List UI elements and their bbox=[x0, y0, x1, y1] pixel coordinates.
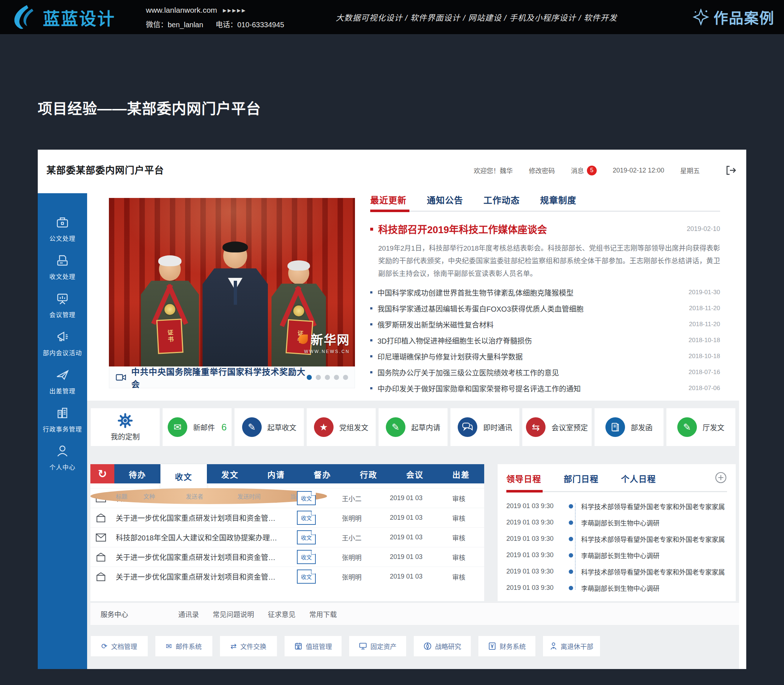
news-tab-recent-updates[interactable]: 最近更新 bbox=[370, 193, 407, 206]
services-list: 大数据可视化设计 / 软件界面设计 / 网站建设 / 手机及小程序设计 / 软件… bbox=[336, 0, 617, 34]
app-button-retired-cadres[interactable]: 离退休干部 bbox=[543, 636, 600, 656]
quick-action-draft-internal[interactable]: ✎ 起草内请 bbox=[379, 408, 447, 446]
add-schedule-button[interactable] bbox=[715, 471, 727, 485]
monitor-icon bbox=[359, 643, 367, 650]
app-button-file-exchange[interactable]: ⇄ 文件交换 bbox=[220, 636, 277, 656]
new-mail-count: 6 bbox=[222, 422, 227, 433]
task-tab-internal[interactable]: 内请 bbox=[253, 464, 299, 484]
logout-button[interactable] bbox=[725, 165, 737, 176]
bullet-icon bbox=[370, 387, 373, 390]
app-button-strategy-research[interactable]: 战略研究 bbox=[414, 636, 471, 656]
news-section: 最近更新 通知公告 工作动态 规章制度 科技部召开2019年科技工作媒体座谈会 … bbox=[370, 193, 720, 391]
quick-action-party-dispatch[interactable]: ★ 党组发文 bbox=[307, 408, 376, 446]
news-list-item[interactable]: 国务院办公厅关于加强三级公立医院绩效考核工作的意见 2018-07-16 bbox=[370, 364, 720, 380]
carousel-dot[interactable] bbox=[307, 375, 312, 380]
news-headline-row: 科技部召开2019年科技工作媒体座谈会 2019-02-10 bbox=[370, 222, 720, 236]
task-row[interactable]: 关于进一步优化国家重点研发计划项目和资金管理的通知 收文 张明明 2019 01… bbox=[91, 547, 484, 567]
contact-info: www.lanlanwork.com ▶▶▶▶▶ 微信：ben_lanlan 电… bbox=[146, 6, 284, 29]
news-tab-notices[interactable]: 通知公告 bbox=[427, 193, 463, 206]
task-tab-meeting[interactable]: 会议 bbox=[392, 464, 438, 484]
todo-refresh-icon[interactable]: ↻ bbox=[91, 464, 114, 484]
news-list-item[interactable]: 印尼珊瑚礁保护与修复计划获得大量科学数据 2018-10-18 bbox=[370, 348, 720, 364]
content-lower-area: 我的定制 ✉ 新邮件 6 ✎ 起草收文 ★ 党组发文 ✎ 起草内请 bbox=[87, 401, 739, 669]
quick-action-ministry-letter[interactable]: 部发函 bbox=[594, 408, 664, 446]
footer-link-contacts[interactable]: 通讯录 bbox=[178, 609, 199, 619]
news-tab-rules[interactable]: 规章制度 bbox=[540, 193, 577, 206]
sidebar-item-document-processing[interactable]: 公文处理 bbox=[38, 210, 87, 248]
bullet-icon bbox=[370, 339, 373, 341]
website-url[interactable]: www.lanlanwork.com bbox=[146, 6, 217, 15]
schedule-tab-leader[interactable]: 领导日程 bbox=[506, 472, 541, 485]
footer-link-faq[interactable]: 常见问题说明 bbox=[213, 609, 254, 619]
quick-action-meeting-room-booking[interactable]: ⇆ 会议室预定 bbox=[522, 408, 591, 446]
sidebar-item-admin-affairs[interactable]: 行政事务管理 bbox=[38, 401, 87, 439]
user-icon bbox=[55, 444, 69, 458]
footer-links-row: 服务中心 通讯录 常见问题说明 征求意见 常用下载 bbox=[91, 603, 739, 625]
portfolio-link[interactable]: 作品案例 bbox=[693, 0, 774, 34]
task-row[interactable]: 科技部2018年全国人大建议和全国政协提案办理情况 收文 王小二 2019 01… bbox=[91, 528, 484, 547]
quick-action-instant-messaging[interactable]: 即时通讯 bbox=[450, 408, 519, 446]
timeline-dot-icon bbox=[569, 521, 573, 525]
app-button-document-management[interactable]: ⟳ 文档管理 bbox=[91, 636, 148, 656]
quick-action-draft-incoming[interactable]: ✎ 起草收文 bbox=[235, 408, 303, 446]
task-tab-admin[interactable]: 行政 bbox=[345, 464, 392, 484]
news-headline-title[interactable]: 科技部召开2019年科技工作媒体座谈会 bbox=[378, 222, 547, 236]
message-count-badge[interactable]: 5 bbox=[587, 166, 597, 175]
draft-document-icon: ✎ bbox=[386, 417, 405, 437]
task-tab-todo[interactable]: 待办 bbox=[114, 464, 160, 484]
app-button-finance-system[interactable]: 财务系统 bbox=[478, 636, 535, 656]
carousel-dot[interactable] bbox=[325, 375, 330, 380]
logo[interactable]: 蓝蓝设计 bbox=[11, 3, 115, 31]
sidebar-item-incoming-docs[interactable]: 收文处理 bbox=[38, 248, 87, 286]
news-list-item[interactable]: 中国科学家成功创建世界首批生物节律紊乱体细胞克隆猴模型 2019-01-30 bbox=[370, 284, 720, 300]
task-table-header: 标题 文种 发送者 发送时间 当前环节 bbox=[91, 488, 327, 504]
app-button-fixed-assets[interactable]: 固定资产 bbox=[349, 636, 406, 656]
user-bar: 欢迎您！魏华 修改密码 消息 5 2019-02-12 12:00 星期五 bbox=[474, 165, 737, 176]
messages-link[interactable]: 消息 bbox=[571, 166, 584, 175]
footer-link-service-center[interactable]: 服务中心 bbox=[100, 609, 128, 619]
task-tab-trip[interactable]: 出差 bbox=[438, 464, 484, 484]
gear-icon bbox=[118, 413, 133, 428]
news-list-item[interactable]: 中办印发关于做好国家勋章和国家荣誉称号提名评选工作的通知 2018-07-06 bbox=[370, 380, 720, 396]
portal-title: 某部委某部委内网门户平台 bbox=[47, 163, 164, 176]
pencil-document-icon: ✎ bbox=[677, 417, 697, 437]
envelope-open-icon bbox=[96, 552, 106, 562]
footer-link-downloads[interactable]: 常用下载 bbox=[309, 609, 337, 619]
quick-action-new-mail[interactable]: ✉ 新邮件 6 bbox=[163, 408, 232, 446]
schedule-tab-underline bbox=[506, 491, 727, 492]
app-button-mail-system[interactable]: ✉ 邮件系统 bbox=[156, 636, 212, 656]
doc-type-badge: 收文 bbox=[297, 530, 316, 544]
task-tab-outgoing[interactable]: 发文 bbox=[207, 464, 253, 484]
page: 蓝蓝设计 www.lanlanwork.com ▶▶▶▶▶ 微信：ben_lan… bbox=[0, 0, 784, 685]
change-password-link[interactable]: 修改密码 bbox=[529, 166, 555, 175]
news-list-item[interactable]: 俄罗斯研发出新型纳米磁性复合材料 2018-11-20 bbox=[370, 317, 720, 332]
task-row[interactable]: 关于进一步优化国家重点研发计划项目和资金管理的通知 收文 张明明 2019 01… bbox=[91, 508, 484, 528]
carousel-photo[interactable]: 证书 证书 bbox=[109, 198, 355, 367]
sidebar-item-meeting-management[interactable]: 会议管理 bbox=[38, 286, 87, 324]
app-button-duty-management[interactable]: 值班管理 bbox=[285, 636, 342, 656]
carousel-caption-bar: 中共中央国务院隆重举行国家科学技术奖励大会 bbox=[109, 367, 355, 388]
task-row[interactable]: 关于进一步优化国家重点研发计划项目和资金管理的通知 收文 张明明 2019 01… bbox=[91, 567, 484, 586]
timeline-dot-icon bbox=[569, 553, 573, 557]
carousel-dot[interactable] bbox=[334, 375, 339, 380]
news-list-item[interactable]: 3D打印植入物促进神经细胞生长以治疗脊髓损伤 2018-10-18 bbox=[370, 332, 720, 348]
sidebar-item-internal-meetings[interactable]: 部内会议活动 bbox=[38, 324, 87, 362]
carousel-dot[interactable] bbox=[316, 375, 321, 380]
doc-type-badge: 收文 bbox=[297, 491, 316, 505]
news-list-item[interactable]: 我国科学家通过基因编辑长寿蛋白FOXO3获得优质人类血管细胞 2018-11-2… bbox=[370, 300, 720, 317]
footer-link-feedback[interactable]: 征求意见 bbox=[268, 609, 295, 619]
quick-action-my-customization[interactable]: 我的定制 bbox=[91, 408, 160, 446]
sidebar-item-personal-center[interactable]: 个人中心 bbox=[38, 439, 87, 477]
task-tab-supervision[interactable]: 督办 bbox=[300, 464, 345, 484]
news-tab-work-trends[interactable]: 工作动态 bbox=[483, 193, 520, 206]
sidebar-item-business-trips[interactable]: 出差管理 bbox=[38, 362, 87, 401]
carousel-dots bbox=[307, 375, 348, 380]
carousel-caption[interactable]: 中共中央国务院隆重举行国家科学技术奖励大会 bbox=[131, 365, 307, 390]
schedule-tab-department[interactable]: 部门日程 bbox=[564, 472, 599, 485]
schedule-tab-personal[interactable]: 个人日程 bbox=[621, 472, 656, 485]
book-icon bbox=[606, 417, 625, 437]
carousel-dot[interactable] bbox=[343, 375, 348, 380]
weekday-text: 星期五 bbox=[680, 166, 700, 175]
task-tab-incoming[interactable]: 收文 bbox=[160, 464, 207, 488]
quick-action-office-dispatch[interactable]: ✎ 厅发文 bbox=[666, 408, 735, 446]
